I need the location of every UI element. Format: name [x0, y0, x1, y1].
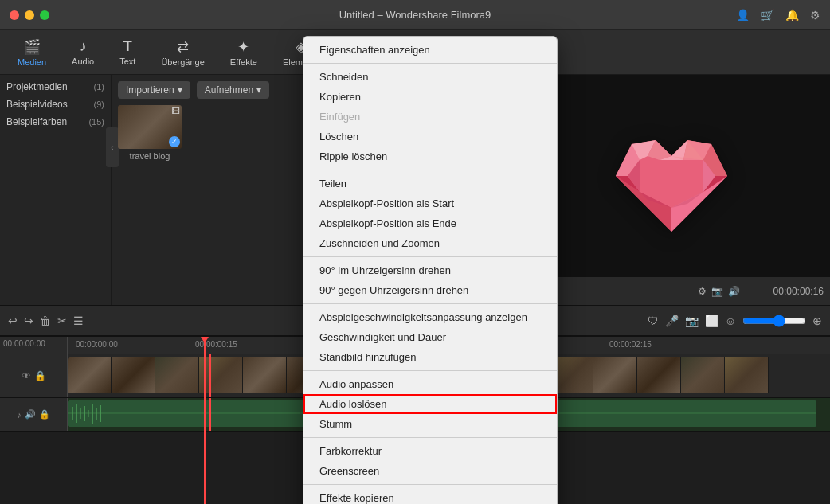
ctx-audio-anpassen[interactable]: Audio anpassen [303, 374, 557, 394]
video-icon: 🎞 [172, 107, 180, 115]
media-thumb-image: 🎞 ✓ [118, 105, 182, 149]
sidebar-projektmedien-count: (1) [94, 82, 104, 92]
audio-lock-icon[interactable]: 🔒 [39, 409, 50, 420]
mic-icon[interactable]: 🎤 [665, 315, 679, 327]
film-cell-3 [199, 357, 243, 393]
svg-rect-25 [96, 408, 97, 420]
camera-icon[interactable]: 📷 [711, 286, 723, 297]
sidebar-beispielfarben-count: (15) [88, 117, 104, 127]
preview-controls: ⚙ 📷 🔊 ⛶ 00:00:00:16 [512, 276, 830, 305]
toolbar-uebergaenge-label: Übergänge [161, 57, 204, 67]
close-button[interactable] [10, 10, 19, 20]
toolbar-text[interactable]: T Text [108, 35, 147, 69]
sidebar-collapse-arrow[interactable]: ‹ [106, 127, 119, 167]
ctx-sep-4 [303, 303, 557, 304]
preview-panel: ⚙ 📷 🔊 ⛶ 00:00:00:16 [511, 75, 830, 305]
ctx-sep-3 [303, 256, 557, 257]
ctx-zuschneiden[interactable]: Zuschneiden und Zoomen [303, 233, 557, 253]
ctx-drehen-ccw[interactable]: 90° gegen Uhrzeigersinn drehen [303, 280, 557, 300]
uebergaenge-icon: ⇄ [177, 38, 189, 56]
collapse-icon: ‹ [111, 143, 113, 152]
sidebar-beispielfarben[interactable]: Beispielfarben (15) [0, 113, 111, 131]
titlebar-right-icons: 👤 🛒 🔔 ⚙ [736, 9, 820, 21]
sidebar-beispielvideos-label: Beispielvideos [6, 99, 68, 110]
ctx-einfuegen: Einfügen [303, 107, 557, 127]
ctx-stumm[interactable]: Stumm [303, 414, 557, 434]
import-button[interactable]: Importieren ▾ [118, 81, 190, 99]
media-item-label: travel blog [118, 151, 182, 161]
ctx-sep-1 [303, 63, 557, 64]
toolbar-effekte[interactable]: ✦ Effekte [219, 35, 268, 70]
lock-icon[interactable]: 🔒 [34, 370, 46, 381]
ctx-effekte-kopieren[interactable]: Effekte kopieren [303, 488, 557, 504]
notification-icon[interactable]: 🔔 [785, 9, 799, 21]
redo-icon[interactable]: ↪ [24, 315, 33, 327]
ctx-sep-5 [303, 370, 557, 371]
toolbar-audio-label: Audio [72, 57, 94, 66]
toolbar-effekte-label: Effekte [230, 57, 257, 67]
film-cell-0 [68, 357, 112, 393]
ctx-abspielkopf-ende[interactable]: Abspielkopf-Position als Ende [303, 213, 557, 233]
medien-icon: 🎬 [23, 38, 41, 56]
film-cell-1 [112, 357, 155, 393]
minimize-button[interactable] [25, 10, 34, 20]
toolbar-medien[interactable]: 🎬 Medien [6, 35, 57, 70]
list-icon[interactable]: ☰ [73, 315, 84, 327]
svg-rect-24 [92, 404, 93, 424]
ctx-sep-7 [303, 484, 557, 485]
delete-icon[interactable]: 🗑 [40, 315, 51, 327]
shield-icon[interactable]: 🛡 [648, 315, 659, 327]
sidebar-beispielfarben-label: Beispielfarben [6, 116, 67, 127]
ctx-loeschen[interactable]: Löschen [303, 127, 557, 147]
maximize-button[interactable] [40, 10, 49, 20]
ctx-teilen[interactable]: Teilen [303, 174, 557, 193]
undo-icon[interactable]: ↩ [8, 315, 18, 327]
smile-icon[interactable]: ☺ [725, 315, 736, 327]
settings-preview-icon[interactable]: ⚙ [698, 286, 707, 297]
media-item-travel-blog[interactable]: 🎞 ✓ travel blog [118, 105, 182, 161]
audio-track-header: ♪ 🔊 🔒 [0, 398, 68, 431]
sidebar-projektmedien[interactable]: Projektmedien (1) [0, 78, 111, 96]
film-cell-14 [681, 357, 725, 393]
record-button[interactable]: Aufnehmen ▾ [197, 81, 269, 99]
playhead-audio [209, 398, 211, 431]
ctx-farbkorrektur[interactable]: Farbkorrektur [303, 441, 557, 461]
record-label: Aufnehmen [205, 84, 253, 96]
ctx-kopieren[interactable]: Kopieren [303, 87, 557, 107]
ctx-drehen-cw[interactable]: 90° im Uhrzeigersinn drehen [303, 260, 557, 280]
zoom-in-icon[interactable]: ⊕ [812, 315, 822, 327]
volume-icon[interactable]: 🔊 [728, 286, 740, 297]
sidebar-beispielvideos[interactable]: Beispielvideos (9) [0, 96, 111, 113]
frame-icon[interactable]: ⬜ [705, 315, 718, 327]
ctx-schneiden[interactable]: Schneiden [303, 67, 557, 87]
zoom-slider[interactable] [742, 315, 806, 327]
eye-icon[interactable]: 👁 [22, 370, 31, 381]
cart-icon[interactable]: 🛒 [761, 9, 774, 21]
toolbar-uebergaenge[interactable]: ⇄ Übergänge [150, 35, 215, 70]
ctx-sep-2 [303, 170, 557, 170]
photo-icon[interactable]: 📷 [685, 315, 699, 327]
tc-mark-1: 00:00:00:15 [195, 340, 237, 349]
ctx-eigenschaften[interactable]: Eigenschaften anzeigen [303, 40, 557, 60]
ctx-sep-6 [303, 437, 557, 438]
ctx-audio-losloesen[interactable]: Audio loslösen [303, 394, 557, 414]
toolbar-audio[interactable]: ♪ Audio [61, 35, 105, 69]
preview-timecode: 00:00:00:16 [773, 286, 824, 297]
import-chevron-icon: ▾ [178, 84, 182, 96]
ctx-standbild[interactable]: Standbild hinzufügen [303, 347, 557, 367]
titlebar: Untitled – Wondershare Filmora9 👤 🛒 🔔 ⚙ [0, 0, 830, 30]
settings-icon[interactable]: ⚙ [810, 9, 820, 21]
cut-icon[interactable]: ✂ [57, 315, 67, 327]
ctx-geschwindigkeit-anzeigen[interactable]: Abspielgeschwindigkeitsanpassung anzeige… [303, 307, 557, 327]
ctx-geschwindigkeit[interactable]: Geschwindigkeit und Dauer [303, 327, 557, 347]
audio-speaker-icon[interactable]: 🔊 [25, 409, 36, 420]
toolbar-text-label: Text [119, 57, 135, 66]
fullscreen-icon[interactable]: ⛶ [745, 286, 754, 297]
audio-note-icon[interactable]: ♪ [17, 410, 22, 420]
preview-heart-graphic [584, 96, 759, 256]
window-title: Untitled – Wondershare Filmora9 [339, 9, 491, 21]
ctx-abspielkopf-start[interactable]: Abspielkopf-Position als Start [303, 193, 557, 213]
ctx-ripple[interactable]: Ripple löschen [303, 147, 557, 166]
ctx-greenscreen[interactable]: Greenscreen [303, 461, 557, 481]
account-icon[interactable]: 👤 [736, 9, 750, 21]
